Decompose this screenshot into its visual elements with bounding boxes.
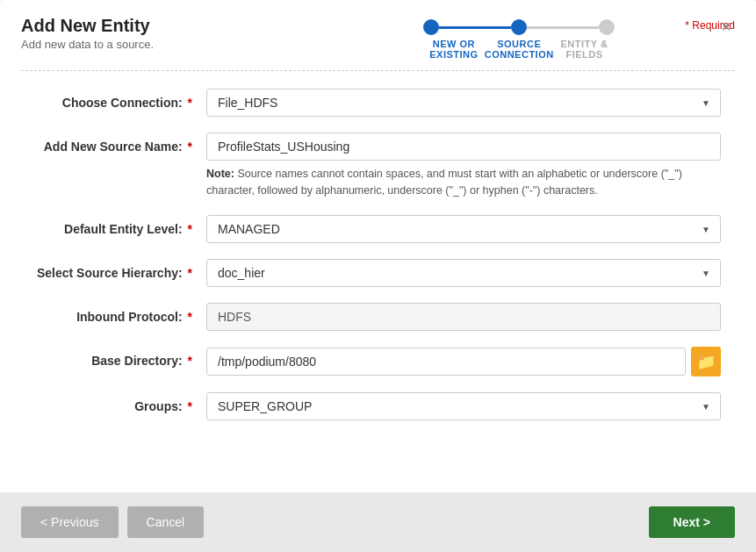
- source-hierarchy-required: *: [184, 266, 192, 280]
- folder-icon: 📁: [696, 352, 716, 371]
- groups-select[interactable]: SUPER_GROUPADMIN_GROUPUSER_GROUP: [206, 392, 721, 420]
- step-dot-1: [423, 19, 439, 35]
- source-name-wrap: Note: Source names cannot contain spaces…: [206, 133, 721, 199]
- inbound-protocol-label: Inbound Protocol: *: [35, 303, 206, 324]
- modal-subtitle: Add new data to a source.: [21, 38, 353, 51]
- source-name-note: Note: Source names cannot contain spaces…: [206, 166, 721, 199]
- source-hierarchy-row: Select Source Hierarchy: * doc_hierdefau…: [35, 259, 721, 287]
- close-button[interactable]: ×: [714, 14, 738, 39]
- next-button[interactable]: Next >: [649, 506, 735, 538]
- base-directory-input[interactable]: [206, 348, 686, 376]
- choose-connection-row: Choose Connection: * File_HDFSJDBCRESTS3: [35, 89, 721, 117]
- note-bold: Note:: [206, 168, 234, 180]
- inbound-protocol-input: [206, 303, 721, 331]
- step-dot-2: [511, 19, 527, 35]
- source-hierarchy-select-wrapper: doc_hierdefault_hier: [206, 259, 721, 287]
- base-directory-label: Base Directory: *: [35, 347, 206, 368]
- source-hierarchy-wrap: doc_hierdefault_hier: [206, 259, 721, 287]
- step-label-1: NEW OR EXISTING: [423, 39, 485, 60]
- modal-body: Choose Connection: * File_HDFSJDBCRESTS3…: [0, 71, 756, 492]
- steps-row: [423, 19, 615, 35]
- choose-connection-required: *: [184, 96, 192, 110]
- groups-select-wrapper: SUPER_GROUPADMIN_GROUPUSER_GROUP: [206, 392, 721, 420]
- inbound-protocol-required: *: [184, 310, 192, 324]
- steps-area: [353, 19, 685, 35]
- entity-level-select-wrapper: MANAGEDPHYSICALLOGICAL: [206, 215, 721, 243]
- choose-connection-select-wrapper: File_HDFSJDBCRESTS3: [206, 89, 721, 117]
- header-text: Add New Entity Add new data to a source.: [21, 16, 353, 61]
- cancel-button[interactable]: Cancel: [127, 506, 205, 538]
- footer-left-buttons: < Previous Cancel: [21, 506, 204, 538]
- inbound-protocol-wrap: [206, 303, 721, 331]
- source-name-row: Add New Source Name: * Note: Source name…: [35, 133, 721, 199]
- choose-connection-label: Choose Connection: *: [35, 89, 206, 110]
- base-directory-required: *: [184, 354, 192, 368]
- choose-connection-wrap: File_HDFSJDBCRESTS3: [206, 89, 721, 117]
- groups-label: Groups: *: [35, 392, 206, 413]
- modal-title: Add New Entity: [21, 16, 353, 36]
- choose-connection-select[interactable]: File_HDFSJDBCRESTS3: [206, 89, 721, 117]
- entity-level-required: *: [184, 222, 192, 236]
- source-name-required: *: [184, 140, 192, 154]
- base-directory-row: Base Directory: * 📁: [35, 347, 721, 376]
- modal-header: Add New Entity Add new data to a source.…: [0, 0, 756, 71]
- source-hierarchy-select[interactable]: doc_hierdefault_hier: [206, 259, 721, 287]
- steps-labels: NEW OR EXISTING SOURCE CONNECTION ENTITY…: [353, 35, 685, 60]
- groups-required: *: [184, 399, 192, 413]
- base-dir-input-group: 📁: [206, 347, 721, 376]
- source-name-label: Add New Source Name: *: [35, 133, 206, 154]
- groups-row: Groups: * SUPER_GROUPADMIN_GROUPUSER_GRO…: [35, 392, 721, 420]
- modal-footer: < Previous Cancel Next >: [0, 492, 756, 552]
- step-label-2: SOURCE CONNECTION: [485, 39, 554, 60]
- folder-browse-button[interactable]: 📁: [691, 347, 721, 376]
- add-entity-modal: Add New Entity Add new data to a source.…: [0, 0, 756, 552]
- header-divider: [21, 70, 735, 71]
- entity-level-label: Default Entity Level: *: [35, 215, 206, 236]
- source-name-input[interactable]: [206, 133, 721, 161]
- source-hierarchy-label: Select Source Hierarchy: *: [35, 259, 206, 280]
- entity-level-row: Default Entity Level: * MANAGEDPHYSICALL…: [35, 215, 721, 243]
- base-directory-wrap: 📁: [206, 347, 721, 376]
- step-line-1: [439, 26, 511, 29]
- step-dot-3: [599, 19, 615, 35]
- groups-wrap: SUPER_GROUPADMIN_GROUPUSER_GROUP: [206, 392, 721, 420]
- inbound-protocol-row: Inbound Protocol: *: [35, 303, 721, 331]
- previous-button[interactable]: < Previous: [21, 506, 119, 538]
- entity-level-wrap: MANAGEDPHYSICALLOGICAL: [206, 215, 721, 243]
- entity-level-select[interactable]: MANAGEDPHYSICALLOGICAL: [206, 215, 721, 243]
- step-line-2: [527, 26, 599, 29]
- step-label-3: ENTITY & FIELDS: [554, 39, 616, 60]
- steps-container: NEW OR EXISTING SOURCE CONNECTION ENTITY…: [353, 16, 685, 60]
